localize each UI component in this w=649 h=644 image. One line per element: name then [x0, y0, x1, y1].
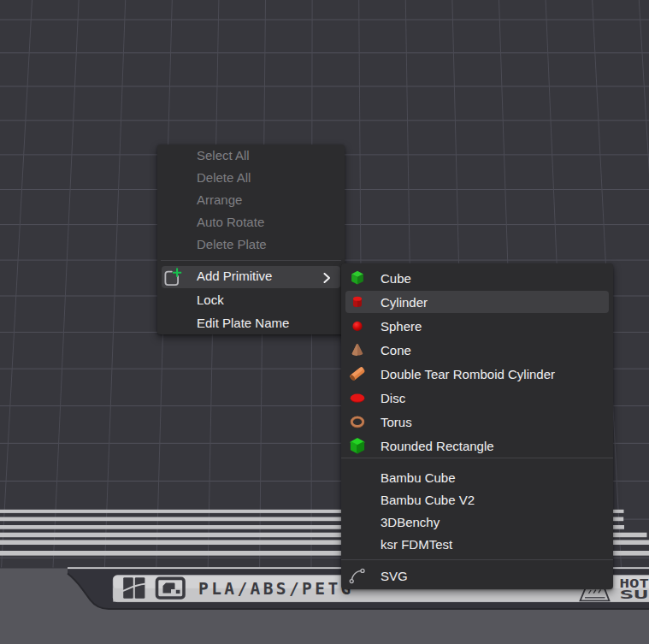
submenu-item-label: Disc — [381, 391, 405, 405]
submenu-item-label: 3DBenchy — [381, 515, 440, 529]
disc-icon — [349, 389, 366, 406]
menu-item-label: Edit Plate Name — [197, 316, 289, 330]
context-menu: Select All Delete All Arrange Auto Rotat… — [157, 145, 345, 334]
submenu-item-label: Torus — [381, 415, 412, 429]
submenu-separator — [341, 559, 613, 560]
menu-item-auto-rotate[interactable]: Auto Rotate — [157, 210, 345, 233]
menu-item-delete-plate[interactable]: Delete Plate — [157, 233, 345, 255]
menu-item-label: Delete Plate — [197, 237, 267, 251]
menu-separator — [161, 260, 341, 261]
submenu-item-label: Bambu Cube V2 — [381, 493, 475, 507]
rounded-rectangle-icon — [349, 437, 366, 454]
submenu-item-label: Bambu Cube — [381, 470, 456, 485]
menu-item-arrange[interactable]: Arrange — [157, 189, 345, 211]
romboid-cylinder-icon — [349, 365, 366, 382]
cylinder-icon — [349, 293, 366, 310]
cone-icon — [349, 341, 366, 358]
submenu-item-double-tear-romboid-cylinder[interactable]: Double Tear Romboid Cylinder — [341, 362, 613, 386]
menu-item-label: Arrange — [197, 192, 242, 207]
submenu-separator — [341, 458, 613, 458]
submenu-item-cone[interactable]: Cone — [341, 338, 613, 362]
cube-icon — [349, 269, 366, 287]
menu-item-lock[interactable]: Lock — [157, 288, 345, 312]
submenu-item-cylinder[interactable]: Cylinder — [341, 290, 613, 314]
submenu-item-label: Cylinder — [381, 295, 428, 310]
submenu-item-label: Sphere — [381, 319, 422, 334]
add-primitive-icon — [162, 266, 183, 287]
add-primitive-submenu: Cube Cylinder Sphere — [341, 263, 613, 589]
submenu-item-3dbenchy[interactable]: 3DBenchy — [341, 511, 613, 534]
plate-label-text: PLA/ABS/PETG — [198, 579, 354, 599]
submenu-item-sphere[interactable]: Sphere — [341, 314, 613, 338]
menu-item-label: Select All — [197, 148, 250, 162]
submenu-item-label: Cone — [381, 343, 411, 357]
submenu-item-cube[interactable]: Cube — [341, 266, 613, 290]
submenu-arrow-icon — [323, 271, 331, 281]
torus-icon — [349, 413, 366, 430]
submenu-item-label: Double Tear Romboid Cylinder — [381, 367, 555, 381]
submenu-item-bambu-cube-v2[interactable]: Bambu Cube V2 — [341, 489, 613, 511]
submenu-item-torus[interactable]: Torus — [341, 410, 613, 434]
menu-item-label: Add Primitive — [197, 269, 272, 283]
submenu-item-bambu-cube[interactable]: Bambu Cube — [341, 467, 613, 489]
submenu-item-disc[interactable]: Disc — [341, 386, 613, 410]
submenu-item-label: SVG — [381, 569, 408, 583]
menu-item-label: Auto Rotate — [197, 215, 264, 229]
menu-item-add-primitive[interactable]: Add Primitive — [157, 264, 345, 288]
submenu-item-rounded-rectangle[interactable]: Rounded Rectangle — [341, 434, 613, 458]
bezier-curve-icon — [349, 567, 366, 584]
submenu-item-svg[interactable]: SVG — [341, 564, 613, 588]
menu-item-select-all[interactable]: Select All — [157, 145, 345, 167]
submenu-item-label: Rounded Rectangle — [381, 439, 494, 453]
menu-item-label: Delete All — [197, 170, 251, 185]
submenu-item-label: ksr FDMTest — [381, 537, 452, 552]
sphere-icon — [349, 317, 366, 334]
viewport-3d[interactable]: { "viewport": { "background_color": "#56… — [0, 0, 649, 644]
menu-item-label: Lock — [197, 292, 224, 307]
menu-item-delete-all[interactable]: Delete All — [157, 167, 345, 189]
submenu-item-label: Cube — [381, 271, 411, 286]
hot-bed-warning-line2: SU — [620, 588, 649, 601]
menu-item-edit-plate-name[interactable]: Edit Plate Name — [157, 312, 345, 334]
submenu-item-ksr-fdmtest[interactable]: ksr FDMTest — [341, 533, 613, 555]
